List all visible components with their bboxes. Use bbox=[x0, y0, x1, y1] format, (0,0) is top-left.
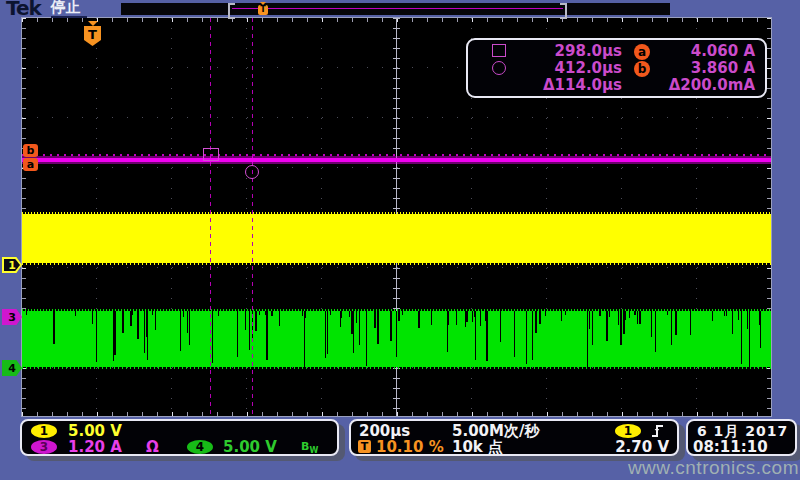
cursor-b-circle-marker[interactable] bbox=[245, 165, 259, 179]
ch1-ground-marker[interactable]: 1 bbox=[2, 257, 22, 273]
trigger-arrow-icon bbox=[88, 21, 98, 26]
cursor-a-symbol-icon bbox=[492, 44, 506, 57]
ch4-waveform[interactable] bbox=[22, 311, 771, 367]
trigger-level[interactable]: 2.70 V bbox=[599, 438, 669, 456]
ch4-scale[interactable]: 5.00 V bbox=[223, 438, 277, 456]
cursor-a-time: 298.0µs bbox=[516, 42, 622, 60]
time-label: 08:11:10 bbox=[693, 438, 768, 456]
cursor-a-level-marker[interactable]: a bbox=[23, 158, 38, 171]
acquisition-status: 停止 bbox=[51, 0, 87, 18]
cursor-b-value: 3.860 A bbox=[662, 59, 755, 77]
trigger-source-badge[interactable]: 1 bbox=[615, 424, 641, 438]
cursor-delta-time: Δ114.0µs bbox=[516, 76, 622, 94]
ch3-coupling-ohm[interactable]: Ω bbox=[146, 438, 159, 456]
rising-edge-icon bbox=[650, 424, 666, 438]
cursor-b-line[interactable] bbox=[252, 18, 253, 416]
cursor-b-symbol-icon bbox=[492, 61, 506, 75]
record-view-cursor-span bbox=[232, 8, 563, 9]
cursor-delta-value: Δ200.0mA bbox=[662, 76, 755, 94]
channel-readout-panel: 1 5.00 V 3 1.20 A Ω 4 5.00 V BW bbox=[20, 419, 339, 456]
cursor-b-time: 412.0µs bbox=[516, 59, 622, 77]
cursor-a-badge: a bbox=[634, 44, 650, 60]
ch1-badge[interactable]: 1 bbox=[31, 424, 57, 438]
record-length: 10k 点 bbox=[452, 438, 503, 457]
ch3-badge[interactable]: 3 bbox=[31, 440, 57, 454]
bandwidth-limit-icon: BW bbox=[301, 440, 318, 455]
record-view-trigger-marker[interactable]: T bbox=[258, 5, 268, 15]
record-view-right-bracket-icon[interactable] bbox=[560, 3, 567, 19]
datetime-panel: 6 1月 2017 08:11:10 bbox=[686, 419, 797, 456]
ch3-waveform[interactable] bbox=[22, 156, 771, 164]
ch4-badge[interactable]: 4 bbox=[187, 440, 213, 454]
ch3-scale[interactable]: 1.20 A bbox=[68, 438, 122, 456]
tek-logo: Tek bbox=[6, 0, 41, 18]
cursor-b-badge: b bbox=[634, 61, 650, 77]
trigger-position-badge: T bbox=[358, 440, 371, 453]
ch1-waveform[interactable] bbox=[22, 214, 771, 263]
ch1-ground-marker-label: 1 bbox=[4, 259, 20, 271]
horizontal-trigger-panel: 200µs T 10.10 % 5.00M次/秒 10k 点 1 2.70 V bbox=[349, 419, 679, 456]
record-view-left-bracket-icon[interactable] bbox=[228, 3, 235, 19]
trigger-t-flag: T bbox=[84, 26, 101, 46]
cursor-a-square-marker[interactable] bbox=[203, 148, 219, 161]
trigger-position-marker[interactable]: T bbox=[84, 21, 101, 46]
title-bar: Tek 停止 bbox=[6, 0, 87, 18]
cursor-b-level-marker[interactable]: b bbox=[23, 144, 38, 157]
watermark: www.cntronics.com bbox=[628, 457, 799, 479]
trigger-position-percent[interactable]: 10.10 % bbox=[376, 438, 444, 456]
record-view-bar[interactable]: T bbox=[121, 3, 670, 15]
ch4-ground-marker[interactable]: 4 bbox=[2, 360, 22, 376]
ch3-ground-marker[interactable]: 3 bbox=[2, 309, 22, 325]
cursor-readout-panel: 298.0µs a 4.060 A 412.0µs b 3.860 A Δ114… bbox=[466, 38, 767, 98]
cursor-a-value: 4.060 A bbox=[662, 42, 755, 60]
cursor-a-line[interactable] bbox=[210, 18, 211, 416]
oscilloscope-screen: Tek 停止 T T b a 1 3 4 298.0µs a bbox=[0, 0, 800, 480]
